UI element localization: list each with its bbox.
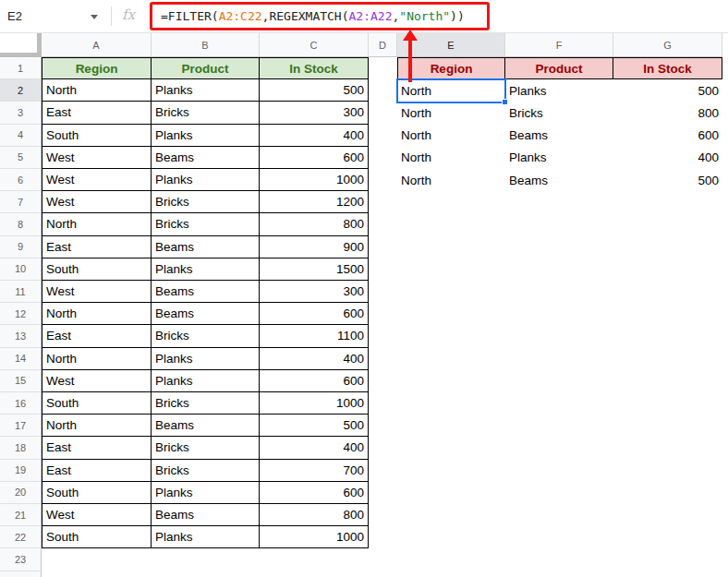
cell-A20[interactable]: South xyxy=(42,482,152,504)
source-header-in-stock[interactable]: In Stock xyxy=(260,57,369,79)
cell-C4[interactable]: 400 xyxy=(260,125,369,147)
row-header-21[interactable]: 21 xyxy=(0,504,41,526)
cell-B12[interactable]: Beams xyxy=(152,303,260,325)
cell-E4[interactable]: North xyxy=(397,125,505,147)
name-box[interactable]: E2 xyxy=(7,0,22,32)
cell-F6[interactable]: Beams xyxy=(505,169,613,191)
cell-C2[interactable]: 500 xyxy=(260,79,369,102)
row-header-11[interactable]: 11 xyxy=(0,281,41,303)
result-header-product[interactable]: Product xyxy=(505,57,613,79)
cell-C6[interactable]: 1000 xyxy=(260,169,369,191)
result-header-region[interactable]: Region xyxy=(397,57,505,79)
row-header-7[interactable]: 7 xyxy=(0,191,41,213)
cell-B9[interactable]: Beams xyxy=(152,236,260,258)
row-header-14[interactable]: 14 xyxy=(0,348,41,370)
cell-C16[interactable]: 1000 xyxy=(260,392,369,415)
cell-B15[interactable]: Planks xyxy=(152,370,260,392)
row-header-4[interactable]: 4 xyxy=(0,125,41,147)
col-header-A[interactable]: A xyxy=(42,33,152,56)
cell-F2[interactable]: Planks xyxy=(505,79,613,102)
row-header-22[interactable]: 22 xyxy=(0,526,41,548)
row-header-15[interactable]: 15 xyxy=(0,370,41,392)
cell-B21[interactable]: Beams xyxy=(152,504,260,526)
cell-B7[interactable]: Bricks xyxy=(152,191,260,213)
cell-B11[interactable]: Beams xyxy=(152,281,260,303)
cell-B20[interactable]: Planks xyxy=(152,482,260,504)
cell-B10[interactable]: Planks xyxy=(152,258,260,281)
cell-A14[interactable]: North xyxy=(42,348,152,370)
cell-B3[interactable]: Bricks xyxy=(152,102,260,124)
cell-C8[interactable]: 800 xyxy=(260,213,369,235)
source-header-region[interactable]: Region xyxy=(42,57,152,79)
cell-G5[interactable]: 400 xyxy=(613,147,722,169)
row-header-9[interactable]: 9 xyxy=(0,236,41,258)
cell-G6[interactable]: 500 xyxy=(613,169,722,191)
select-all-corner[interactable] xyxy=(0,33,42,57)
cell-C13[interactable]: 1100 xyxy=(260,325,369,347)
cell-B2[interactable]: Planks xyxy=(152,79,260,102)
source-header-product[interactable]: Product xyxy=(152,57,260,79)
cell-E6[interactable]: North xyxy=(397,169,505,191)
cell-C18[interactable]: 400 xyxy=(260,437,369,459)
col-header-C[interactable]: C xyxy=(260,33,369,56)
result-header-in-stock[interactable]: In Stock xyxy=(613,57,722,79)
cell-F4[interactable]: Beams xyxy=(505,125,613,147)
col-header-D[interactable]: D xyxy=(369,33,397,56)
row-header-1[interactable]: 1 xyxy=(0,57,41,79)
cell-A21[interactable]: West xyxy=(42,504,152,526)
cell-A3[interactable]: East xyxy=(42,102,152,124)
row-header-10[interactable]: 10 xyxy=(0,258,41,281)
cell-C14[interactable]: 400 xyxy=(260,348,369,370)
cell-A8[interactable]: North xyxy=(42,213,152,235)
cell-C9[interactable]: 900 xyxy=(260,236,369,258)
cell-C10[interactable]: 1500 xyxy=(260,258,369,281)
cell-G4[interactable]: 600 xyxy=(613,125,722,147)
row-header-2[interactable]: 2 xyxy=(0,79,41,102)
cell-A9[interactable]: East xyxy=(42,236,152,258)
cell-C21[interactable]: 800 xyxy=(260,504,369,526)
cell-C12[interactable]: 600 xyxy=(260,303,369,325)
row-header-8[interactable]: 8 xyxy=(0,213,41,235)
fill-handle[interactable] xyxy=(502,99,508,105)
cell-F3[interactable]: Bricks xyxy=(505,102,613,124)
col-header-F[interactable]: F xyxy=(505,33,613,56)
cell-A22[interactable]: South xyxy=(42,526,152,548)
cell-A4[interactable]: South xyxy=(42,125,152,147)
cell-A19[interactable]: East xyxy=(42,460,152,482)
cell-B18[interactable]: Bricks xyxy=(152,437,260,459)
cell-A5[interactable]: West xyxy=(42,147,152,169)
cell-B16[interactable]: Bricks xyxy=(152,392,260,415)
cell-A13[interactable]: East xyxy=(42,325,152,347)
cell-B5[interactable]: Beams xyxy=(152,147,260,169)
cell-B6[interactable]: Planks xyxy=(152,169,260,191)
cell-B13[interactable]: Bricks xyxy=(152,325,260,347)
cell-G3[interactable]: 800 xyxy=(613,102,722,124)
col-header-G[interactable]: G xyxy=(613,33,722,56)
row-header-18[interactable]: 18 xyxy=(0,437,41,459)
cell-A18[interactable]: East xyxy=(42,437,152,459)
row-header-5[interactable]: 5 xyxy=(0,147,41,169)
cell-C11[interactable]: 300 xyxy=(260,281,369,303)
cell-C3[interactable]: 300 xyxy=(260,102,369,124)
cell-B17[interactable]: Beams xyxy=(152,415,260,437)
row-header-16[interactable]: 16 xyxy=(0,392,41,415)
cell-A16[interactable]: South xyxy=(42,392,152,415)
cell-A7[interactable]: West xyxy=(42,191,152,213)
cell-A17[interactable]: North xyxy=(42,415,152,437)
cell-B8[interactable]: Bricks xyxy=(152,213,260,235)
cell-B22[interactable]: Planks xyxy=(152,526,260,548)
row-header-23[interactable]: 23 xyxy=(0,548,41,571)
cell-A6[interactable]: West xyxy=(42,169,152,191)
cell-A11[interactable]: West xyxy=(42,281,152,303)
row-header-20[interactable]: 20 xyxy=(0,482,41,504)
cell-C22[interactable]: 1000 xyxy=(260,526,369,548)
row-header-6[interactable]: 6 xyxy=(0,169,41,191)
row-header-17[interactable]: 17 xyxy=(0,415,41,437)
cell-A10[interactable]: South xyxy=(42,258,152,281)
cell-C20[interactable]: 600 xyxy=(260,482,369,504)
cell-E3[interactable]: North xyxy=(397,102,505,124)
cell-C17[interactable]: 500 xyxy=(260,415,369,437)
cell-C5[interactable]: 600 xyxy=(260,147,369,169)
cell-C15[interactable]: 600 xyxy=(260,370,369,392)
col-header-B[interactable]: B xyxy=(152,33,260,56)
